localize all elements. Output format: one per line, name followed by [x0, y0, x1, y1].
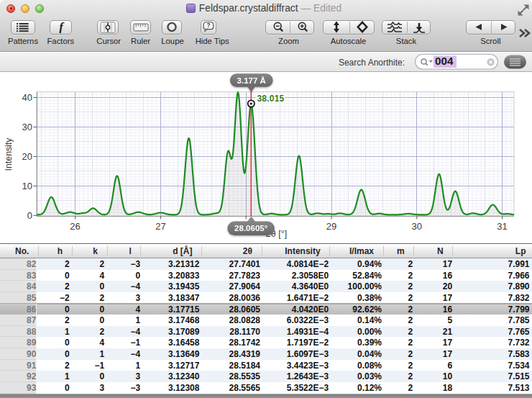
svg-text:30: 30	[22, 122, 32, 132]
svg-text:30: 30	[412, 221, 422, 232]
svg-text:3.177 Å: 3.177 Å	[237, 76, 266, 85]
svg-text:27: 27	[155, 221, 165, 232]
svg-text:29: 29	[326, 221, 336, 232]
svg-text:28.0605°: 28.0605°	[234, 224, 268, 232]
svg-text:0: 0	[27, 210, 32, 221]
svg-text:f: f	[59, 21, 65, 33]
svg-text:20: 20	[22, 151, 32, 162]
svg-text:?: ?	[207, 23, 211, 30]
svg-text:38.015: 38.015	[257, 94, 285, 104]
svg-text:31: 31	[497, 221, 507, 232]
svg-text:Intensity: Intensity	[4, 137, 14, 171]
svg-text:004: 004	[435, 55, 454, 67]
svg-text:40: 40	[22, 92, 32, 103]
svg-text:10: 10	[22, 181, 32, 191]
svg-text:26: 26	[70, 221, 80, 232]
